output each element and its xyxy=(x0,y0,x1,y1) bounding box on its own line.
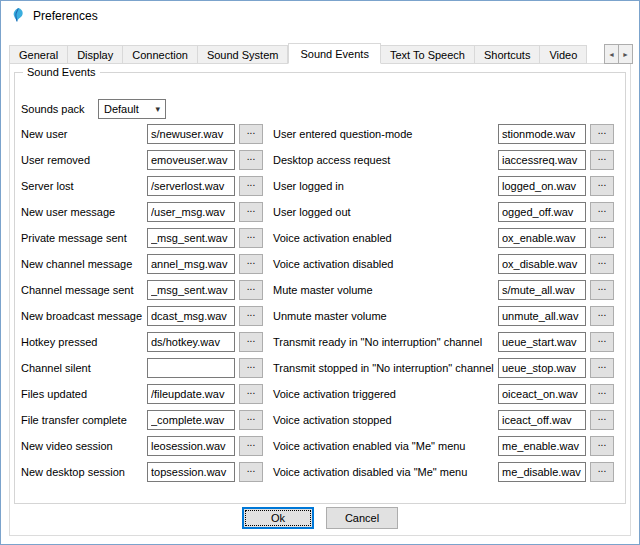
ok-button[interactable]: Ok xyxy=(242,507,314,529)
sound-file-input[interactable] xyxy=(498,150,586,170)
sound-file-input[interactable] xyxy=(147,436,235,456)
sound-event-row: Channel message sent ... Mute master vol… xyxy=(21,277,619,303)
sound-event-row: New user ... User entered question-mode … xyxy=(21,121,619,147)
sound-event-label: Private message sent xyxy=(21,232,147,244)
sound-file-input[interactable] xyxy=(498,358,586,378)
sound-file-input[interactable] xyxy=(498,280,586,300)
tab-general[interactable]: General xyxy=(9,45,68,64)
sound-file-input[interactable] xyxy=(147,306,235,326)
sound-event-row: New user message ... User logged out ... xyxy=(21,199,619,225)
sound-file-input[interactable] xyxy=(147,384,235,404)
sound-file-input[interactable] xyxy=(498,176,586,196)
browse-button[interactable]: ... xyxy=(590,254,614,274)
sound-events-grid: New user ... User entered question-mode … xyxy=(21,121,619,485)
browse-button[interactable]: ... xyxy=(239,150,263,170)
sound-file-input[interactable] xyxy=(147,280,235,300)
browse-button[interactable]: ... xyxy=(239,358,263,378)
sound-event-label: New channel message xyxy=(21,258,147,270)
sound-event-row: File transfer complete ... Voice activat… xyxy=(21,407,619,433)
browse-button[interactable]: ... xyxy=(239,332,263,352)
browse-button[interactable]: ... xyxy=(590,176,614,196)
browse-button[interactable]: ... xyxy=(590,436,614,456)
tab-sound-events[interactable]: Sound Events xyxy=(288,43,381,64)
sound-file-input[interactable] xyxy=(147,462,235,482)
sound-file-input[interactable] xyxy=(498,410,586,430)
tab-shortcuts[interactable]: Shortcuts xyxy=(475,45,540,64)
sound-event-label: User entered question-mode xyxy=(273,128,498,140)
sound-file-input[interactable] xyxy=(147,228,235,248)
sound-event-row: Server lost ... User logged in ... xyxy=(21,173,619,199)
sounds-pack-label: Sounds pack xyxy=(21,103,98,115)
browse-button[interactable]: ... xyxy=(590,384,614,404)
sounds-pack-select[interactable]: Default ▾ xyxy=(98,99,166,119)
arrow-left-icon: ◄ xyxy=(608,51,615,58)
browse-button[interactable]: ... xyxy=(590,306,614,326)
sound-file-input[interactable] xyxy=(147,150,235,170)
sound-file-input[interactable] xyxy=(498,254,586,274)
browse-button[interactable]: ... xyxy=(239,306,263,326)
browse-button[interactable]: ... xyxy=(239,462,263,482)
tab-text-to-speech[interactable]: Text To Speech xyxy=(381,45,475,64)
sound-event-label: File transfer complete xyxy=(21,414,147,426)
sound-file-input[interactable] xyxy=(498,124,586,144)
sound-file-input[interactable] xyxy=(147,124,235,144)
browse-button[interactable]: ... xyxy=(239,228,263,248)
sound-file-input[interactable] xyxy=(498,202,586,222)
sounds-pack-row: Sounds pack Default ▾ xyxy=(21,99,166,119)
browse-button[interactable]: ... xyxy=(590,410,614,430)
browse-button[interactable]: ... xyxy=(590,358,614,378)
browse-button[interactable]: ... xyxy=(590,150,614,170)
tab-sound-system[interactable]: Sound System xyxy=(198,45,289,64)
sound-file-input[interactable] xyxy=(147,254,235,274)
browse-button[interactable]: ... xyxy=(590,124,614,144)
sound-event-label: Server lost xyxy=(21,180,147,192)
sound-file-input[interactable] xyxy=(147,176,235,196)
browse-button[interactable]: ... xyxy=(239,124,263,144)
sound-event-label: New desktop session xyxy=(21,466,147,478)
sound-file-input[interactable] xyxy=(498,436,586,456)
sound-event-row: Hotkey pressed ... Transmit ready in "No… xyxy=(21,329,619,355)
sound-event-row: New desktop session ... Voice activation… xyxy=(21,459,619,485)
browse-button[interactable]: ... xyxy=(239,176,263,196)
browse-button[interactable]: ... xyxy=(239,280,263,300)
group-title: Sound Events xyxy=(23,66,100,78)
sound-file-input[interactable] xyxy=(498,384,586,404)
sound-file-input[interactable] xyxy=(147,202,235,222)
cancel-button[interactable]: Cancel xyxy=(326,507,398,529)
sound-event-label: New broadcast message xyxy=(21,310,147,322)
browse-button[interactable]: ... xyxy=(590,228,614,248)
sound-file-input[interactable] xyxy=(147,358,235,378)
sound-file-input[interactable] xyxy=(147,332,235,352)
browse-button[interactable]: ... xyxy=(590,332,614,352)
sound-file-input[interactable] xyxy=(498,462,586,482)
sound-file-input[interactable] xyxy=(498,332,586,352)
sound-event-label: User logged in xyxy=(273,180,498,192)
sound-event-label: New user xyxy=(21,128,147,140)
tab-scroll-right-button[interactable]: ► xyxy=(618,44,633,64)
sound-event-row: User removed ... Desktop access request … xyxy=(21,147,619,173)
sound-event-label: Transmit stopped in "No interruption" ch… xyxy=(273,362,498,374)
tab-connection[interactable]: Connection xyxy=(123,45,198,64)
sound-event-label: User logged out xyxy=(273,206,498,218)
sound-event-row: Private message sent ... Voice activatio… xyxy=(21,225,619,251)
tab-video[interactable]: Video xyxy=(540,45,587,64)
sound-events-group: Sound Events Sounds pack Default ▾ New u… xyxy=(14,72,626,504)
browse-button[interactable]: ... xyxy=(239,410,263,430)
tab-scroll-left-button[interactable]: ◄ xyxy=(604,44,619,64)
sound-file-input[interactable] xyxy=(498,228,586,248)
browse-button[interactable]: ... xyxy=(590,202,614,222)
sound-file-input[interactable] xyxy=(498,306,586,326)
tab-display[interactable]: Display xyxy=(68,45,123,64)
sound-file-input[interactable] xyxy=(147,410,235,430)
browse-button[interactable]: ... xyxy=(239,384,263,404)
browse-button[interactable]: ... xyxy=(239,436,263,456)
browse-button[interactable]: ... xyxy=(239,254,263,274)
sound-event-label: Voice activation disabled via "Me" menu xyxy=(273,466,498,478)
preferences-window: Preferences General Display Connection S… xyxy=(0,0,640,545)
browse-button[interactable]: ... xyxy=(590,280,614,300)
sound-event-label: Voice activation enabled via "Me" menu xyxy=(273,440,498,452)
browse-button[interactable]: ... xyxy=(239,202,263,222)
sound-event-row: Channel silent ... Transmit stopped in "… xyxy=(21,355,619,381)
sound-event-row: New broadcast message ... Unmute master … xyxy=(21,303,619,329)
browse-button[interactable]: ... xyxy=(590,462,614,482)
